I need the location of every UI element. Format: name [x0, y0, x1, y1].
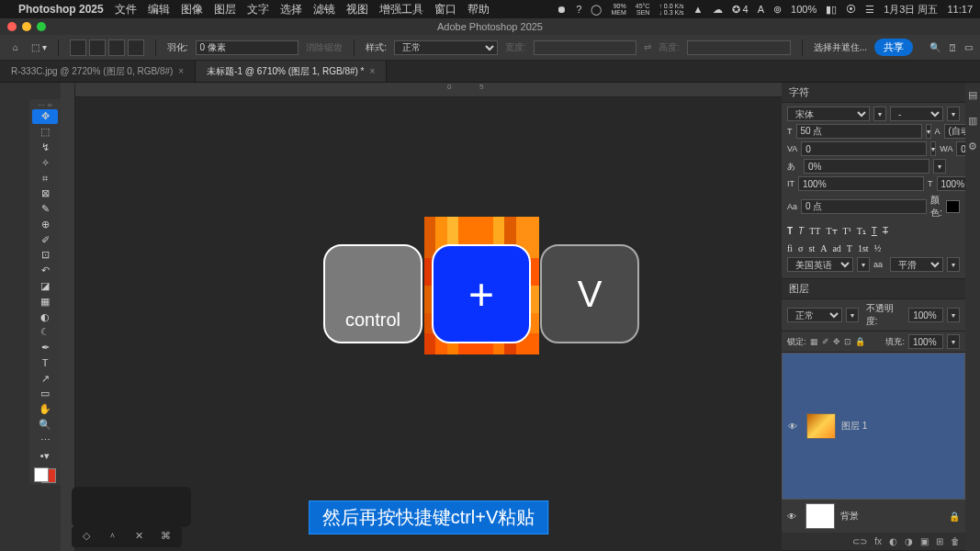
- hud-cross-icon[interactable]: ✕: [135, 530, 143, 544]
- opacity-input[interactable]: [908, 308, 943, 322]
- fg-color[interactable]: [34, 467, 49, 482]
- history-brush-tool[interactable]: ↶: [32, 264, 58, 278]
- ruler-horizontal[interactable]: 0 5: [75, 83, 782, 97]
- lock-all-icon[interactable]: 🔒: [855, 337, 865, 346]
- eyedropper-tool[interactable]: ✎: [32, 202, 58, 217]
- cloud-icon[interactable]: ☁: [713, 4, 723, 16]
- layer-thumb[interactable]: [806, 413, 836, 439]
- share-button[interactable]: 共享: [874, 39, 913, 56]
- marquee-preset[interactable]: ⬚ ▾: [31, 42, 47, 52]
- menu-layer[interactable]: 图层: [214, 2, 236, 17]
- selection-subtract[interactable]: [108, 39, 125, 56]
- style-select[interactable]: 正常: [394, 40, 498, 55]
- close-button[interactable]: [7, 22, 17, 31]
- hud-diamond-icon[interactable]: ◇: [83, 530, 90, 544]
- font-style-select[interactable]: -: [890, 107, 943, 121]
- battery-icon[interactable]: ▮▯: [826, 4, 837, 16]
- text-color-swatch[interactable]: [946, 200, 960, 213]
- fill-input[interactable]: [908, 334, 943, 349]
- blend-mode-select[interactable]: 正常: [787, 308, 842, 322]
- layer-name[interactable]: 图层 1: [841, 420, 867, 433]
- tab-doc2[interactable]: 未标题-1 @ 6710% (图层 1, RGB/8#) *×: [196, 61, 387, 82]
- tsume-input[interactable]: [804, 159, 929, 174]
- group-icon[interactable]: ▣: [920, 536, 929, 546]
- hand-tool[interactable]: ✋: [32, 402, 58, 417]
- new-layer-icon[interactable]: ⊞: [936, 536, 943, 546]
- drag-handle[interactable]: ⋯ ››: [34, 101, 56, 108]
- search-icon[interactable]: 🔍: [929, 42, 941, 52]
- spotlight-icon[interactable]: ⦿: [846, 4, 856, 15]
- menu-edit[interactable]: 编辑: [148, 2, 170, 17]
- layer-item-bg[interactable]: 👁 背景 🔒: [782, 500, 965, 533]
- menu-plugins[interactable]: 增强工具: [379, 2, 423, 17]
- hud-up-icon[interactable]: ＾: [107, 530, 118, 544]
- mask-icon[interactable]: ◐: [889, 536, 897, 546]
- date[interactable]: 1月3日 周五: [884, 3, 938, 17]
- tab-doc1[interactable]: R-333C.jpg @ 2720% (图层 0, RGB/8#)×: [0, 61, 196, 82]
- shape-tool[interactable]: ▭: [32, 387, 58, 401]
- pen-tool[interactable]: ✒: [32, 341, 58, 355]
- aa-select[interactable]: 平滑: [890, 257, 943, 272]
- visibility-icon[interactable]: 👁: [788, 422, 801, 432]
- font-size-input[interactable]: [796, 124, 922, 139]
- zoom-tool[interactable]: 🔍: [32, 418, 58, 433]
- ruler-vertical[interactable]: [61, 83, 75, 551]
- crop-tool[interactable]: ⌗: [32, 171, 58, 186]
- volume[interactable]: 100%: [791, 4, 817, 15]
- subscript-button[interactable]: T₁: [857, 226, 866, 236]
- wechat-icon[interactable]: ✪ 4: [732, 4, 749, 16]
- menu-text[interactable]: 文字: [247, 2, 269, 17]
- help2-icon[interactable]: ⍰: [950, 42, 955, 52]
- menu-image[interactable]: 图像: [181, 2, 203, 17]
- kerning-input[interactable]: [801, 141, 927, 156]
- marquee-tool[interactable]: ⬚: [32, 125, 58, 140]
- menu-help[interactable]: 帮助: [467, 2, 490, 17]
- selection-intersect[interactable]: [128, 39, 144, 56]
- time[interactable]: 11:17: [947, 4, 973, 15]
- menu-file[interactable]: 文件: [115, 2, 137, 17]
- lock-artboard-icon[interactable]: ⊡: [844, 337, 851, 346]
- panel-tab-character[interactable]: 字符: [782, 83, 965, 103]
- visibility-icon[interactable]: 👁: [787, 512, 800, 522]
- input-icon[interactable]: A: [758, 4, 764, 15]
- menu-select[interactable]: 选择: [280, 2, 302, 17]
- adjustment-icon[interactable]: ◑: [905, 536, 913, 546]
- style-dd[interactable]: ▾: [947, 107, 960, 121]
- close-icon[interactable]: ×: [178, 66, 184, 76]
- fx-icon[interactable]: fx: [874, 536, 882, 546]
- gradient-tool[interactable]: ▦: [32, 294, 58, 309]
- color-swatches[interactable]: [34, 467, 56, 483]
- edit-toolbar[interactable]: ▪▾: [32, 448, 58, 463]
- type-tool[interactable]: T: [32, 356, 58, 371]
- circle-icon[interactable]: ◯: [591, 4, 602, 16]
- width-input[interactable]: [534, 40, 637, 55]
- app-name[interactable]: Photoshop 2025: [18, 3, 104, 16]
- eraser-tool[interactable]: ◪: [32, 279, 58, 294]
- workspace-icon[interactable]: ▭: [964, 42, 973, 52]
- superscript-button[interactable]: T¹: [843, 226, 851, 236]
- select-mask-button[interactable]: 选择并遮住...: [814, 41, 867, 54]
- lasso-tool[interactable]: ↯: [32, 141, 58, 155]
- font-dd[interactable]: ▾: [873, 107, 886, 121]
- allcaps-button[interactable]: TT: [809, 226, 820, 236]
- move-tool[interactable]: ✥: [32, 109, 58, 124]
- control-center-icon[interactable]: ☰: [865, 4, 874, 16]
- lock-pixels-icon[interactable]: ▦: [810, 337, 818, 346]
- lock-icon[interactable]: 🔒: [949, 512, 960, 522]
- feather-input[interactable]: [196, 40, 299, 55]
- menu-filter[interactable]: 滤镜: [313, 2, 335, 17]
- path-tool[interactable]: ↗: [32, 371, 58, 386]
- wifi-icon[interactable]: ⊚: [773, 4, 782, 16]
- frame-tool[interactable]: ⊠: [32, 186, 58, 201]
- lock-brush-icon[interactable]: ✐: [822, 337, 829, 346]
- underline-button[interactable]: T: [872, 226, 877, 236]
- zoom-button[interactable]: [37, 22, 46, 31]
- selection-add[interactable]: [89, 39, 106, 56]
- menu-view[interactable]: 视图: [346, 2, 368, 17]
- selection-new[interactable]: [70, 39, 86, 56]
- smallcaps-button[interactable]: Tᴛ: [826, 226, 837, 236]
- rail-ruler-icon[interactable]: ▤: [966, 88, 979, 101]
- lock-position-icon[interactable]: ✥: [833, 337, 840, 346]
- font-select[interactable]: 宋体: [787, 107, 870, 121]
- help-icon[interactable]: ?: [576, 4, 581, 15]
